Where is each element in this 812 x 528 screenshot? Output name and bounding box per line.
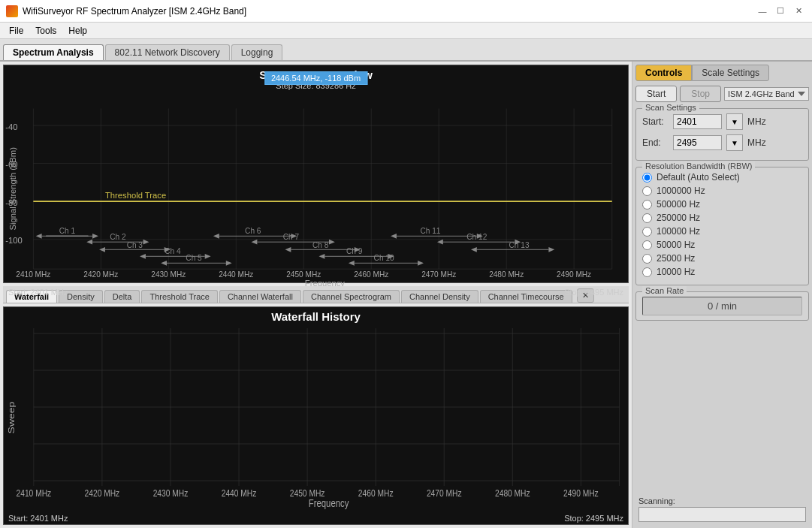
svg-marker-44: [99, 247, 105, 252]
scan-settings-group: Scan Settings Start: ▼ MHz End: ▼ MHz: [635, 108, 809, 161]
minimize-button[interactable]: —: [755, 4, 770, 19]
scan-end-input[interactable]: [673, 135, 722, 150]
rbw-10000-label: 10000 Hz: [657, 267, 695, 277]
svg-text:2480 MHz: 2480 MHz: [495, 488, 530, 498]
scan-settings-label: Scan Settings: [642, 103, 699, 112]
rbw-50000-radio[interactable]: [642, 240, 652, 250]
maximize-button[interactable]: ☐: [773, 4, 788, 19]
svg-text:Sweep: Sweep: [6, 402, 16, 434]
svg-text:2470 MHz: 2470 MHz: [421, 270, 456, 279]
svg-text:-100: -100: [5, 236, 23, 245]
svg-marker-38: [36, 234, 42, 239]
rbw-group: Resolution Bandwidth (RBW) Default (Auto…: [635, 167, 809, 285]
app-icon: [6, 5, 18, 17]
band-select[interactable]: ISM 2.4GHz Band: [724, 87, 809, 101]
svg-marker-65: [349, 261, 355, 266]
scan-start-row: Start: ▼ MHz: [642, 113, 802, 130]
rbw-25000[interactable]: 25000 Hz: [642, 253, 802, 264]
svg-text:Ch 10: Ch 10: [374, 254, 394, 262]
spectrum-chart: Spectrum Trace View Step Size: 839286 Hz…: [3, 65, 629, 283]
scan-rate-group: Scan Rate 0 / min: [635, 291, 809, 321]
svg-marker-56: [252, 240, 258, 245]
rbw-1000000-radio[interactable]: [642, 186, 652, 196]
menu-tools[interactable]: Tools: [29, 24, 62, 38]
svg-text:Signal Strength (dBm): Signal Strength (dBm): [8, 147, 17, 231]
svg-marker-39: [92, 234, 98, 239]
svg-text:Ch 8: Ch 8: [312, 241, 329, 249]
app-title: WifiSurveyor RF Spectrum Analyzer [ISM 2…: [23, 6, 755, 17]
scan-start-input[interactable]: [673, 114, 722, 129]
scan-rate-value: 0 / min: [642, 297, 802, 315]
svg-marker-42: [143, 240, 149, 245]
svg-text:-40: -40: [5, 122, 17, 131]
main-layout: Spectrum Trace View Step Size: 839286 Hz…: [0, 62, 812, 528]
scan-end-dropdown[interactable]: ▼: [726, 134, 743, 151]
tab-logging[interactable]: Logging: [231, 44, 283, 60]
svg-text:Ch 2: Ch 2: [110, 233, 126, 241]
rbw-default-label: Default (Auto Select): [657, 172, 740, 183]
scan-end-label: End:: [642, 137, 669, 148]
svg-marker-68: [391, 234, 397, 239]
rbw-100000[interactable]: 100000 Hz: [642, 226, 802, 237]
window-controls: — ☐ ✕: [755, 4, 806, 19]
rbw-100000-label: 100000 Hz: [657, 226, 700, 237]
start-button[interactable]: Start: [635, 86, 677, 102]
scan-start-label: Start:: [642, 116, 669, 127]
svg-text:2410 MHz: 2410 MHz: [17, 488, 52, 498]
svg-marker-48: [205, 254, 211, 259]
rbw-500000-radio[interactable]: [642, 200, 652, 210]
scan-start-dropdown[interactable]: ▼: [726, 113, 743, 130]
left-panel: Spectrum Trace View Step Size: 839286 Hz…: [0, 62, 632, 528]
stop-button[interactable]: Stop: [680, 86, 721, 102]
waterfall-stop: Stop: 2495 MHz: [564, 514, 623, 523]
svg-text:2430 MHz: 2430 MHz: [151, 270, 186, 279]
svg-marker-47: [140, 254, 146, 259]
scanning-input[interactable]: [638, 507, 806, 522]
svg-text:2490 MHz: 2490 MHz: [563, 488, 599, 498]
tab-network-discovery[interactable]: 802.11 Network Discovery: [105, 44, 230, 60]
rbw-250000[interactable]: 250000 Hz: [642, 213, 802, 223]
svg-text:2490 MHz: 2490 MHz: [557, 270, 591, 279]
rbw-1000000[interactable]: 1000000 Hz: [642, 186, 802, 196]
waterfall-footer: Start: 2401 MHz Stop: 2495 MHz: [4, 512, 628, 524]
menu-help[interactable]: Help: [62, 24, 93, 38]
right-tab-controls[interactable]: Controls: [635, 65, 692, 81]
svg-text:2410 MHz: 2410 MHz: [16, 270, 50, 279]
waterfall-chart: Waterfall History Sweep: [3, 306, 629, 525]
rbw-10000[interactable]: 10000 Hz: [642, 267, 802, 277]
svg-text:Threshold Trace: Threshold Trace: [105, 191, 166, 200]
scan-start-unit: MHz: [747, 116, 766, 127]
rbw-default[interactable]: Default (Auto Select): [642, 172, 802, 183]
close-button[interactable]: ✕: [791, 4, 806, 19]
menu-bar: File Tools Help: [0, 23, 812, 39]
svg-marker-66: [418, 261, 424, 266]
svg-text:Ch 6: Ch 6: [245, 227, 261, 235]
rbw-250000-label: 250000 Hz: [657, 213, 700, 223]
waterfall-svg: Sweep: [4, 323, 628, 512]
svg-text:2470 MHz: 2470 MHz: [427, 488, 462, 498]
right-tab-scale-settings[interactable]: Scale Settings: [692, 65, 769, 81]
rbw-10000-radio[interactable]: [642, 267, 652, 277]
tab-spectrum-analysis[interactable]: Spectrum Analysis: [3, 44, 104, 60]
svg-marker-71: [437, 240, 443, 245]
rbw-25000-radio[interactable]: [642, 254, 652, 264]
spectrum-footer: Start: 2401 MHz Stop: 2495 MHz: [4, 286, 628, 298]
rbw-50000[interactable]: 50000 Hz: [642, 240, 802, 250]
svg-text:2460 MHz: 2460 MHz: [358, 488, 394, 498]
svg-marker-75: [548, 247, 554, 252]
svg-text:2440 MHz: 2440 MHz: [219, 270, 253, 279]
rbw-500000[interactable]: 500000 Hz: [642, 199, 802, 210]
waterfall-title: Waterfall History: [4, 307, 628, 323]
svg-text:2420 MHz: 2420 MHz: [83, 270, 118, 279]
svg-marker-51: [226, 261, 232, 266]
menu-file[interactable]: File: [3, 24, 29, 38]
rbw-default-radio[interactable]: [642, 173, 652, 183]
right-panel: Controls Scale Settings Start Stop ISM 2…: [632, 62, 812, 528]
rbw-50000-label: 50000 Hz: [657, 240, 695, 250]
spectrum-stop: Stop: 2495 MHz: [564, 288, 623, 297]
rbw-100000-radio[interactable]: [642, 227, 652, 237]
svg-text:Ch 11: Ch 11: [420, 227, 440, 235]
scan-controls: Start Stop ISM 2.4GHz Band: [635, 86, 809, 102]
rbw-1000000-label: 1000000 Hz: [657, 186, 705, 196]
rbw-250000-radio[interactable]: [642, 213, 652, 223]
